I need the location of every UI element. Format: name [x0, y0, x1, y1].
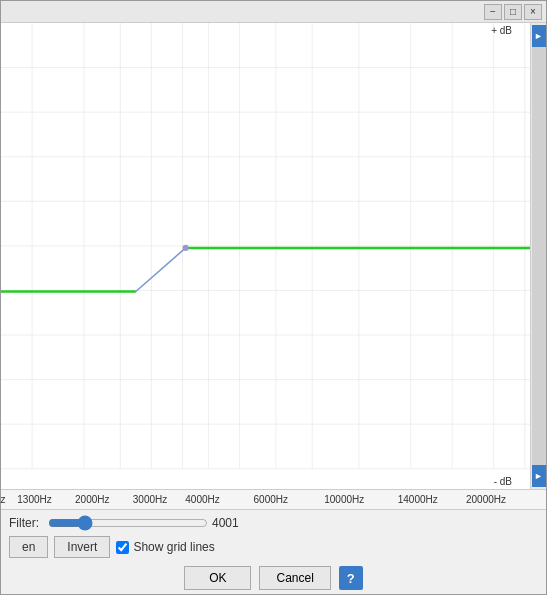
x-label-1300: 1300Hz [17, 494, 51, 505]
bottom-controls: Filter: 4001 en Invert Show grid lines O… [1, 509, 546, 594]
svg-rect-0 [1, 23, 530, 489]
x-labels-inner: z 1300Hz 2000Hz 3000Hz 4000Hz 6000Hz 100… [3, 490, 528, 509]
chart-container: + dB - dB ► ► [1, 23, 546, 489]
options-row: en Invert Show grid lines [9, 536, 538, 558]
x-label-6000: 6000Hz [254, 494, 288, 505]
show-grid-checkbox[interactable] [116, 541, 129, 554]
minimize-button[interactable]: − [484, 4, 502, 20]
scroll-up-arrow[interactable]: ► [532, 25, 546, 47]
x-axis-labels: z 1300Hz 2000Hz 3000Hz 4000Hz 6000Hz 100… [1, 489, 546, 509]
x-label-10000: 10000Hz [324, 494, 364, 505]
x-label-0: z [1, 494, 6, 505]
x-label-3000: 3000Hz [133, 494, 167, 505]
x-label-2000: 2000Hz [75, 494, 109, 505]
filter-label: Filter: [9, 516, 44, 530]
close-button[interactable]: × [524, 4, 542, 20]
main-window: − □ × [0, 0, 547, 595]
svg-point-28 [183, 245, 189, 251]
chart-area: + dB - dB [1, 23, 530, 489]
filter-value: 4001 [212, 516, 252, 530]
db-label-bottom: - dB [494, 476, 512, 487]
filter-row: Filter: 4001 [9, 514, 538, 532]
scroll-down-arrow[interactable]: ► [532, 465, 546, 487]
db-label-top: + dB [491, 25, 512, 36]
cancel-button[interactable]: Cancel [259, 566, 330, 590]
title-bar: − □ × [1, 1, 546, 23]
en-button[interactable]: en [9, 536, 48, 558]
vertical-scrollbar: ► ► [530, 23, 546, 489]
x-label-20000: 20000Hz [466, 494, 506, 505]
maximize-button[interactable]: □ [504, 4, 522, 20]
ok-button[interactable]: OK [184, 566, 251, 590]
show-grid-label: Show grid lines [133, 540, 214, 554]
footer-row: OK Cancel ? [9, 564, 538, 590]
scroll-track[interactable] [532, 47, 546, 465]
help-button[interactable]: ? [339, 566, 363, 590]
filter-slider[interactable] [48, 514, 208, 532]
x-label-14000: 14000Hz [398, 494, 438, 505]
invert-button[interactable]: Invert [54, 536, 110, 558]
x-label-4000: 4000Hz [185, 494, 219, 505]
show-grid-row: Show grid lines [116, 540, 214, 554]
chart-svg [1, 23, 530, 489]
